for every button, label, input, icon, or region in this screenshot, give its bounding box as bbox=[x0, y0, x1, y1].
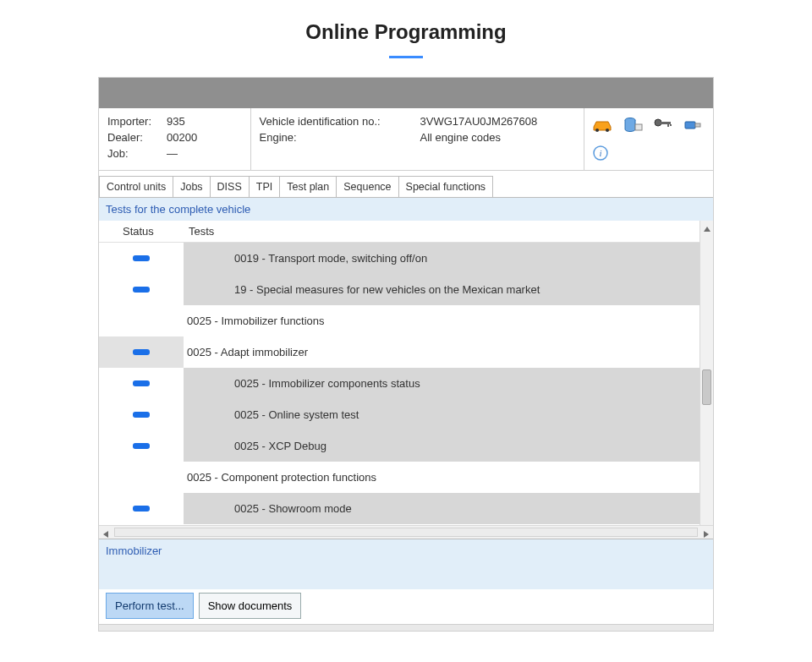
test-item: 0025 - Online system test bbox=[184, 399, 713, 430]
tab-special-functions[interactable]: Special functions bbox=[398, 176, 494, 197]
vin-label: Vehicle identification no.: bbox=[260, 115, 420, 128]
horizontal-scrollbar[interactable] bbox=[99, 525, 713, 539]
tab-jobs[interactable]: Jobs bbox=[173, 176, 210, 197]
info-col-icons: i bbox=[584, 108, 713, 170]
engine-value: All engine codes bbox=[420, 131, 501, 144]
table-row[interactable]: 0025 - Immobilizer components status bbox=[99, 368, 713, 399]
svg-point-1 bbox=[606, 129, 609, 132]
col-header-status[interactable]: Status bbox=[99, 221, 184, 242]
svg-rect-8 bbox=[685, 122, 695, 129]
status-cell bbox=[99, 274, 184, 305]
perform-test-button[interactable]: Perform test... bbox=[106, 593, 194, 619]
test-label: 19 - Special measures for new vehicles o… bbox=[184, 276, 540, 304]
test-group-header: 0025 - Component protection functions bbox=[184, 462, 713, 493]
info-icon[interactable]: i bbox=[591, 144, 613, 162]
test-item: 0025 - Adapt immobilizer bbox=[184, 336, 713, 368]
table-row[interactable]: 0025 - XCP Debug bbox=[99, 430, 713, 462]
title-underline bbox=[389, 56, 423, 58]
status-indicator-icon bbox=[133, 412, 150, 418]
test-item: 0019 - Transport mode, switching off/on bbox=[184, 243, 713, 274]
status-indicator-icon bbox=[133, 443, 150, 449]
importer-value: 935 bbox=[167, 115, 185, 128]
test-label: 0019 - Transport mode, switching off/on bbox=[184, 244, 427, 272]
info-panel: Importer:935 Dealer:00200 Job:— Vehicle … bbox=[99, 108, 713, 171]
importer-label: Importer: bbox=[107, 115, 167, 128]
col-header-tests[interactable]: Tests bbox=[184, 221, 713, 242]
job-label: Job: bbox=[107, 147, 167, 160]
test-label: 0025 - Online system test bbox=[184, 401, 359, 429]
app-window: Importer:935 Dealer:00200 Job:— Vehicle … bbox=[98, 77, 714, 632]
svg-rect-7 bbox=[670, 124, 672, 126]
info-col-dealer: Importer:935 Dealer:00200 Job:— bbox=[99, 108, 251, 170]
tabs: Control unitsJobsDISSTPITest planSequenc… bbox=[99, 171, 713, 197]
status-cell bbox=[99, 336, 184, 368]
tab-tpi[interactable]: TPI bbox=[249, 176, 280, 197]
svg-rect-9 bbox=[695, 123, 700, 127]
svg-rect-6 bbox=[667, 124, 669, 127]
tests-table: Status Tests 0019 - Transport mode, swit… bbox=[99, 221, 713, 525]
status-indicator-icon bbox=[133, 287, 150, 293]
table-row[interactable]: 0019 - Transport mode, switching off/on bbox=[99, 243, 713, 274]
job-value: — bbox=[167, 147, 178, 160]
dealer-label: Dealer: bbox=[107, 131, 167, 144]
table-row[interactable]: 0025 - Showroom mode bbox=[99, 493, 713, 524]
status-indicator-icon bbox=[133, 349, 150, 355]
test-item: 19 - Special measures for new vehicles o… bbox=[184, 274, 713, 305]
svg-rect-5 bbox=[661, 122, 671, 124]
status-cell bbox=[99, 305, 184, 336]
info-col-vehicle: Vehicle identification no.:3VWG17AU0JM26… bbox=[251, 108, 585, 170]
svg-text:i: i bbox=[600, 148, 602, 158]
key-icon[interactable] bbox=[652, 116, 674, 134]
page-title: Online Programming bbox=[0, 0, 812, 51]
test-label: 0025 - Immobilizer components status bbox=[184, 369, 420, 397]
table-row[interactable]: 0025 - Immobilizer functions bbox=[99, 305, 713, 336]
test-item: 0025 - XCP Debug bbox=[184, 430, 713, 462]
test-label: 0025 - Adapt immobilizer bbox=[184, 338, 308, 366]
status-cell bbox=[99, 462, 184, 493]
svg-point-4 bbox=[655, 119, 661, 126]
status-indicator-icon bbox=[133, 255, 150, 261]
vin-value: 3VWG17AU0JM267608 bbox=[420, 115, 538, 128]
selection-title: Immobilizer bbox=[106, 544, 162, 557]
table-row[interactable]: 0025 - Online system test bbox=[99, 399, 713, 430]
status-cell bbox=[99, 368, 184, 399]
table-row[interactable]: 0025 - Component protection functions bbox=[99, 462, 713, 493]
window-titlebar bbox=[99, 78, 713, 108]
test-item: 0025 - Immobilizer components status bbox=[184, 368, 713, 399]
status-cell bbox=[99, 399, 184, 430]
engine-label: Engine: bbox=[260, 131, 420, 144]
dealer-value: 00200 bbox=[167, 131, 197, 144]
tab-control-units[interactable]: Control units bbox=[99, 176, 173, 197]
test-label: 0025 - Immobilizer functions bbox=[184, 307, 325, 335]
scrollbar-thumb[interactable] bbox=[702, 369, 711, 405]
tests-subheader: Tests for the complete vehicle bbox=[99, 197, 713, 221]
status-cell bbox=[99, 430, 184, 462]
test-label: 0025 - Component protection functions bbox=[184, 463, 376, 491]
show-documents-button[interactable]: Show documents bbox=[199, 593, 302, 619]
svg-rect-3 bbox=[635, 124, 642, 130]
table-row[interactable]: 19 - Special measures for new vehicles o… bbox=[99, 274, 713, 305]
tab-test-plan[interactable]: Test plan bbox=[279, 176, 337, 197]
selection-panel: Immobilizer bbox=[99, 539, 713, 589]
status-cell bbox=[99, 243, 184, 274]
test-group-header: 0025 - Immobilizer functions bbox=[184, 305, 713, 336]
test-item: 0025 - Showroom mode bbox=[184, 493, 713, 524]
svg-point-0 bbox=[595, 129, 599, 132]
status-indicator-icon bbox=[133, 380, 150, 386]
vertical-scrollbar[interactable] bbox=[700, 221, 713, 525]
database-icon[interactable] bbox=[622, 116, 644, 134]
status-cell bbox=[99, 493, 184, 524]
car-icon[interactable] bbox=[591, 116, 613, 134]
status-indicator-icon bbox=[133, 506, 150, 512]
tab-sequence[interactable]: Sequence bbox=[336, 176, 398, 197]
footer-bar bbox=[99, 624, 713, 631]
h-scrollbar-track[interactable] bbox=[114, 528, 698, 537]
tab-diss[interactable]: DISS bbox=[210, 176, 250, 197]
action-button-row: Perform test... Show documents bbox=[99, 589, 713, 624]
table-row[interactable]: 0025 - Adapt immobilizer bbox=[99, 336, 713, 368]
test-label: 0025 - XCP Debug bbox=[184, 432, 326, 460]
test-label: 0025 - Showroom mode bbox=[184, 495, 352, 522]
usb-icon[interactable] bbox=[683, 116, 705, 134]
